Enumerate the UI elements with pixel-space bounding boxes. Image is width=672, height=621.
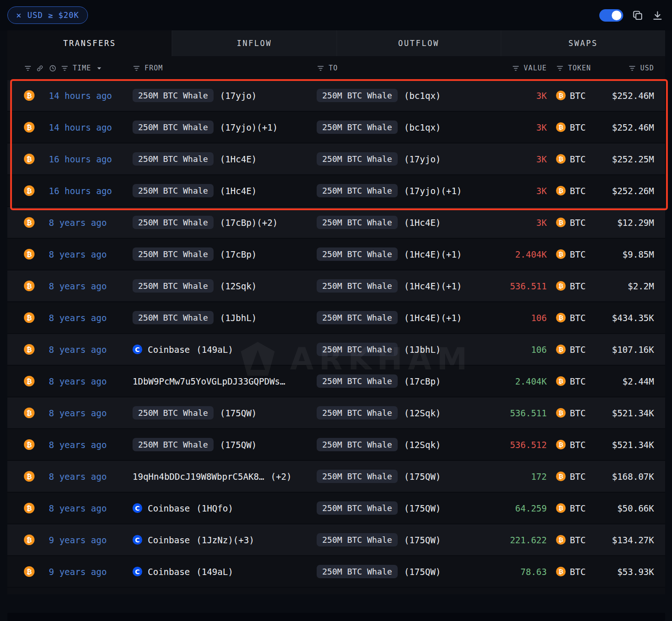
time-link[interactable]: 8 years ago: [49, 440, 107, 450]
address-short[interactable]: (17yjo)(+1): [220, 122, 278, 132]
address-short[interactable]: (175QW): [220, 440, 257, 450]
address-short[interactable]: (1HQfo): [197, 503, 233, 513]
tab-transfers[interactable]: TRANSFERS: [7, 30, 172, 56]
entity-chip[interactable]: 250M BTC Whale: [317, 374, 398, 388]
address-short[interactable]: (175QW): [404, 567, 441, 577]
table-row[interactable]: ₿ 8 years ago 250M BTC Whale(175QW) 250M…: [7, 397, 665, 429]
from-cell[interactable]: 250M BTC Whale(17cBp): [133, 247, 317, 261]
address-short[interactable]: (12Sqk): [404, 440, 441, 450]
entity-chip[interactable]: 250M BTC Whale: [317, 89, 398, 102]
address-short[interactable]: (12Sqk): [404, 408, 441, 418]
address-short[interactable]: (1Hc4E)(+1): [404, 313, 462, 323]
table-row[interactable]: ₿ 8 years ago 1DbW9PcMw7u5YoVGLpDJ33GQPD…: [7, 366, 665, 397]
to-cell[interactable]: 250M BTC Whale(1Hc4E)(+1): [317, 279, 482, 293]
entity-chip[interactable]: 250M BTC Whale: [133, 311, 214, 324]
from-cell[interactable]: CCoinbase(149aL): [133, 345, 317, 355]
header-token[interactable]: TOKEN: [547, 64, 607, 72]
address-short[interactable]: (12Sqk): [220, 281, 257, 291]
header-usd[interactable]: USD: [607, 64, 654, 72]
entity-chip[interactable]: 250M BTC Whale: [317, 247, 398, 261]
table-row[interactable]: ₿ 8 years ago 250M BTC Whale(175QW) 250M…: [7, 429, 665, 461]
entity-chip[interactable]: 250M BTC Whale: [317, 501, 398, 515]
table-row[interactable]: ₿ 16 hours ago 250M BTC Whale(1Hc4E) 250…: [7, 175, 665, 207]
entity-chip[interactable]: 250M BTC Whale: [317, 406, 398, 420]
table-row[interactable]: ₿ 8 years ago 250M BTC Whale(1JbhL) 250M…: [7, 302, 665, 334]
from-cell[interactable]: 250M BTC Whale(17yjo): [133, 89, 317, 102]
time-link[interactable]: 8 years ago: [49, 218, 107, 228]
bottom-scrollbar[interactable]: [7, 613, 665, 621]
from-cell[interactable]: 19qHn4bDDcJ19W8WbprC5AK8…(+2): [133, 472, 317, 482]
link-icon[interactable]: [36, 64, 44, 72]
tab-inflow[interactable]: INFLOW: [172, 30, 336, 56]
from-cell[interactable]: CCoinbase(149aL): [133, 567, 317, 577]
address-short[interactable]: (1Hc4E): [220, 154, 257, 164]
tab-outflow[interactable]: OUTFLOW: [336, 30, 501, 56]
table-row[interactable]: ₿ 14 hours ago 250M BTC Whale(17yjo)(+1)…: [7, 112, 665, 144]
filter-icon[interactable]: [628, 64, 636, 72]
header-value[interactable]: VALUE: [482, 64, 547, 72]
time-link[interactable]: 14 hours ago: [49, 91, 112, 101]
remove-filter-icon[interactable]: ×: [16, 11, 22, 20]
entity-name[interactable]: Coinbase: [148, 345, 190, 355]
to-cell[interactable]: 250M BTC Whale(17yjo): [317, 152, 482, 166]
address-short[interactable]: (1Hc4E)(+1): [404, 249, 462, 259]
filter-icon[interactable]: [61, 64, 69, 72]
time-link[interactable]: 16 hours ago: [49, 154, 112, 164]
entity-chip[interactable]: 250M BTC Whale: [317, 533, 398, 546]
entity-chip[interactable]: 250M BTC Whale: [133, 121, 214, 134]
header-to[interactable]: TO: [317, 64, 482, 72]
address-short[interactable]: (1JbhL): [220, 313, 257, 323]
address-short[interactable]: (17yjo): [220, 91, 257, 101]
address-short[interactable]: (1JbhL): [404, 345, 441, 355]
usd-toggle[interactable]: [599, 9, 623, 22]
entity-chip[interactable]: 250M BTC Whale: [133, 89, 214, 102]
time-link[interactable]: 9 years ago: [49, 535, 107, 545]
entity-chip[interactable]: 250M BTC Whale: [317, 121, 398, 134]
filter-icon[interactable]: [512, 64, 520, 72]
address-short[interactable]: (175QW): [404, 472, 441, 482]
address-short[interactable]: (bc1qx): [404, 91, 441, 101]
to-cell[interactable]: 250M BTC Whale(1Hc4E)(+1): [317, 311, 482, 324]
entity-chip[interactable]: 250M BTC Whale: [317, 343, 398, 356]
to-cell[interactable]: 250M BTC Whale(12Sqk): [317, 438, 482, 451]
tab-swaps[interactable]: SWAPS: [501, 30, 665, 56]
from-cell[interactable]: 250M BTC Whale(17yjo)(+1): [133, 121, 317, 134]
to-cell[interactable]: 250M BTC Whale(175QW): [317, 501, 482, 515]
header-from[interactable]: FROM: [133, 64, 317, 72]
to-cell[interactable]: 250M BTC Whale(1JbhL): [317, 343, 482, 356]
table-row[interactable]: ₿ 8 years ago 250M BTC Whale(12Sqk) 250M…: [7, 270, 665, 302]
filter-icon[interactable]: [24, 64, 32, 72]
from-cell[interactable]: 1DbW9PcMw7u5YoVGLpDJ33GQPDWs…: [133, 376, 317, 386]
entity-chip[interactable]: 250M BTC Whale: [317, 216, 398, 229]
entity-chip[interactable]: 250M BTC Whale: [317, 438, 398, 451]
address-short[interactable]: (175QW): [220, 408, 257, 418]
entity-chip[interactable]: 250M BTC Whale: [317, 311, 398, 324]
filter-icon[interactable]: [133, 64, 140, 72]
table-row[interactable]: ₿ 14 hours ago 250M BTC Whale(17yjo) 250…: [7, 80, 665, 112]
from-cell[interactable]: 250M BTC Whale(175QW): [133, 438, 317, 451]
from-cell[interactable]: 250M BTC Whale(1JbhL): [133, 311, 317, 324]
address-short[interactable]: (17yjo)(+1): [404, 186, 462, 196]
entity-chip[interactable]: 250M BTC Whale: [133, 279, 214, 293]
time-link[interactable]: 8 years ago: [49, 313, 107, 323]
address-short[interactable]: (17cBp)(+2): [220, 218, 278, 228]
entity-chip[interactable]: 250M BTC Whale: [133, 216, 214, 229]
table-row[interactable]: ₿ 16 hours ago 250M BTC Whale(1Hc4E) 250…: [7, 144, 665, 175]
from-cell[interactable]: 250M BTC Whale(1Hc4E): [133, 152, 317, 166]
time-link[interactable]: 8 years ago: [49, 345, 107, 355]
filter-icon[interactable]: [556, 64, 564, 72]
entity-chip[interactable]: 250M BTC Whale: [133, 152, 214, 166]
entity-chip[interactable]: 250M BTC Whale: [317, 184, 398, 197]
filter-icon[interactable]: [317, 64, 324, 72]
table-row[interactable]: ₿ 8 years ago 250M BTC Whale(17cBp) 250M…: [7, 239, 665, 270]
download-icon[interactable]: [652, 10, 663, 21]
entity-address[interactable]: 1DbW9PcMw7u5YoVGLpDJ33GQPDWs…: [133, 376, 285, 386]
table-row[interactable]: ₿ 8 years ago 19qHn4bDDcJ19W8WbprC5AK8…(…: [7, 461, 665, 493]
table-row[interactable]: ₿ 8 years ago 250M BTC Whale(17cBp)(+2) …: [7, 207, 665, 239]
usd-filter-chip[interactable]: × USD ≥ $20K: [7, 6, 88, 24]
chevron-down-icon[interactable]: [95, 64, 103, 72]
entity-chip[interactable]: 250M BTC Whale: [317, 470, 398, 483]
address-short[interactable]: (1Hc4E): [220, 186, 257, 196]
address-short[interactable]: (149aL): [197, 567, 233, 577]
entity-chip[interactable]: 250M BTC Whale: [133, 184, 214, 197]
